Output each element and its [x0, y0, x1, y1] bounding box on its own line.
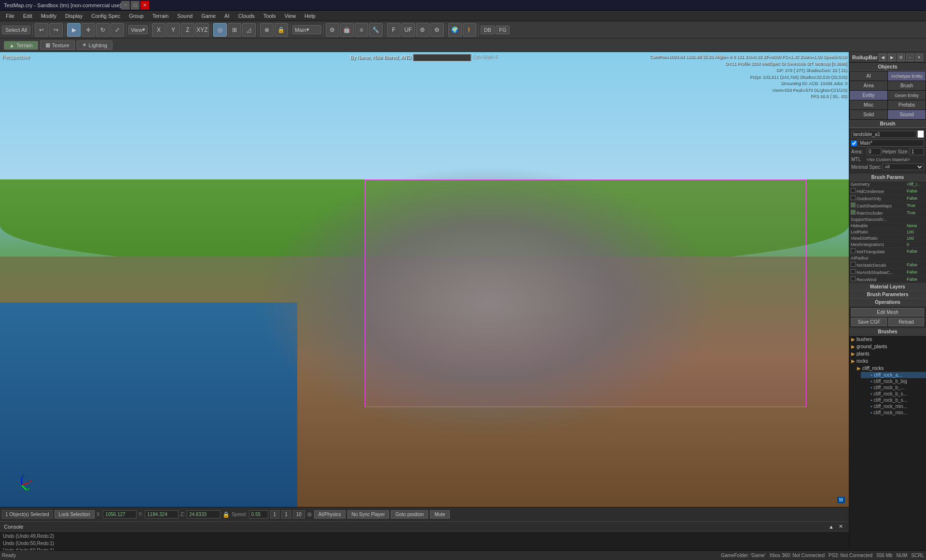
- param-checkbox-1[interactable]: [851, 188, 856, 193]
- material-layers-header[interactable]: Material Layers: [849, 283, 926, 291]
- param-checkbox-12[interactable]: [851, 262, 856, 267]
- layer-dropdown[interactable]: Main ▾: [292, 25, 321, 34]
- prefabs-button[interactable]: Prefabs: [888, 100, 926, 109]
- brushes-header[interactable]: Brushes: [849, 328, 926, 336]
- brush-params-header[interactable]: Brush Params: [849, 174, 926, 181]
- menu-item-tools[interactable]: Tools: [260, 12, 280, 20]
- physics-button[interactable]: ⚙: [326, 23, 339, 37]
- maximize-button[interactable]: □: [131, 1, 139, 10]
- fg-button[interactable]: FG: [496, 26, 510, 34]
- brush-button[interactable]: Brush: [888, 81, 926, 90]
- brushes-tree[interactable]: ▶bushes▶ground_plants▶plants▶rocks▶cliff…: [849, 336, 926, 560]
- lock-selection-button[interactable]: Lock Selection: [55, 510, 95, 519]
- panel-icon-4[interactable]: −: [906, 54, 914, 61]
- tree-folder-ground_plants[interactable]: ▶ground_plants: [849, 343, 926, 350]
- geom-entity-button[interactable]: Geom Entity: [888, 91, 926, 100]
- reload-button[interactable]: Reload: [888, 318, 924, 326]
- param-checkbox-14[interactable]: [851, 276, 856, 281]
- f-button[interactable]: F: [387, 23, 401, 37]
- terrain-button[interactable]: 🌍: [448, 23, 462, 37]
- redo-button[interactable]: ↪: [49, 23, 63, 37]
- menu-item-clouds[interactable]: Clouds: [235, 12, 259, 20]
- sound-button[interactable]: Sound: [888, 110, 926, 119]
- tree-item-cliff_rock_b_...[interactable]: ▪cliff_rock_b_...: [861, 384, 926, 391]
- menu-item-help[interactable]: Help: [301, 12, 319, 20]
- param-checkbox-13[interactable]: [851, 269, 856, 274]
- menu-item-terrain[interactable]: Terrain: [149, 12, 173, 20]
- panel-icon-3[interactable]: ⚙: [897, 54, 905, 61]
- x-coordinate-input[interactable]: [103, 510, 137, 519]
- console-close-button[interactable]: ✕: [837, 523, 845, 530]
- menu-item-sound[interactable]: Sound: [173, 12, 196, 20]
- goto-position-button[interactable]: Goto position: [391, 510, 428, 519]
- panel-icon-1[interactable]: ◀: [879, 54, 886, 61]
- tree-folder-rocks[interactable]: ▶rocks: [849, 357, 926, 365]
- xyz-axis-button[interactable]: XYZ: [195, 23, 209, 37]
- viewport[interactable]: Perspective By Name, Hide filtered, AND …: [0, 52, 849, 507]
- minimize-button[interactable]: −: [121, 1, 130, 10]
- area-button[interactable]: Area: [850, 81, 887, 90]
- terrain-tab[interactable]: ▲ Terrain: [4, 41, 38, 50]
- tree-item-cliff_rock_min...[interactable]: ▪cliff_rock_min...: [861, 410, 926, 416]
- menu-item-group[interactable]: Group: [125, 12, 148, 20]
- terrain-display-button[interactable]: ◿: [242, 23, 256, 37]
- gizmo-button[interactable]: ⊕: [260, 23, 274, 37]
- misc-button[interactable]: Misc: [850, 100, 887, 109]
- panel-icon-2[interactable]: ▶: [888, 54, 896, 61]
- settings-button[interactable]: ≡: [355, 23, 368, 37]
- texture-tab[interactable]: ▦ Texture: [40, 41, 75, 50]
- menu-item-file[interactable]: File: [2, 12, 18, 20]
- area-input[interactable]: [867, 148, 881, 155]
- minspec-select[interactable]: All: [883, 164, 924, 170]
- lock-button[interactable]: 🔒: [275, 23, 288, 37]
- menu-item-config-spec[interactable]: Config Spec: [87, 12, 124, 20]
- brush-checkbox[interactable]: [851, 140, 857, 146]
- brush-layer-input[interactable]: [858, 139, 924, 147]
- menu-item-display[interactable]: Display: [61, 12, 86, 20]
- lighting-tab[interactable]: ☀ Lighting: [77, 41, 113, 50]
- brush-name-input[interactable]: [851, 131, 916, 138]
- tree-folder-cliff_rocks[interactable]: ▶cliff_rocks: [855, 365, 926, 372]
- scale-tool-button[interactable]: ⤢: [111, 23, 124, 37]
- tree-item-cliff_rock_min...[interactable]: ▪cliff_rock_min...: [861, 403, 926, 410]
- select-tool-button[interactable]: ▶: [67, 23, 81, 37]
- config-button[interactable]: ⚙: [416, 23, 429, 37]
- speed-input[interactable]: [249, 510, 268, 519]
- tree-item-cliff_rock_b_big[interactable]: ▪cliff_rock_b_big: [861, 378, 926, 384]
- edit-mesh-button[interactable]: Edit Mesh: [851, 308, 924, 316]
- entity-button[interactable]: Entity: [850, 91, 887, 100]
- menu-item-view[interactable]: View: [280, 12, 300, 20]
- panel-icon-5[interactable]: ✕: [915, 54, 923, 61]
- grid-button[interactable]: ⊞: [228, 23, 241, 37]
- tools-button[interactable]: 🔧: [369, 23, 383, 37]
- tree-folder-plants[interactable]: ▶plants: [849, 350, 926, 357]
- tree-folder-bushes[interactable]: ▶bushes: [849, 336, 926, 343]
- select-all-button[interactable]: Select All: [2, 26, 30, 34]
- param-checkbox-4[interactable]: [851, 210, 856, 215]
- menu-item-edit[interactable]: Edit: [19, 12, 36, 20]
- ai-physics-button[interactable]: AI/Physics: [314, 510, 346, 519]
- console-minimize-button[interactable]: ▲: [827, 523, 836, 530]
- tree-item-cliff_rock_b_s...[interactable]: ▪cliff_rock_b_s...: [861, 391, 926, 397]
- param-checkbox-10[interactable]: [851, 248, 856, 253]
- rotate-tool-button[interactable]: ↻: [96, 23, 110, 37]
- menu-item-modify[interactable]: Modify: [37, 12, 60, 20]
- tree-item-cliff_rock_a...[interactable]: ▪cliff_rock_a...: [861, 372, 926, 378]
- sync-player-button[interactable]: No Sync Player: [347, 510, 389, 519]
- operations-header[interactable]: Operations: [849, 299, 926, 306]
- save-cgf-button[interactable]: Save CGF: [851, 318, 887, 326]
- uf-button[interactable]: UF: [401, 23, 415, 37]
- archetype-entity-button[interactable]: Archetype Entity: [888, 71, 926, 81]
- z-coordinate-input[interactable]: [187, 510, 221, 519]
- char-button[interactable]: 🚶: [463, 23, 476, 37]
- db-button[interactable]: DB: [481, 26, 495, 34]
- config2-button[interactable]: ⚙: [430, 23, 444, 37]
- y-axis-button[interactable]: Y: [166, 23, 180, 37]
- helper-input[interactable]: [910, 148, 924, 155]
- param-checkbox-2[interactable]: [851, 195, 856, 200]
- view-dropdown[interactable]: View ▾: [128, 25, 148, 34]
- perspective-button[interactable]: ◎: [213, 23, 227, 37]
- mute-button[interactable]: Mute: [430, 510, 449, 519]
- param-checkbox-3[interactable]: [851, 203, 856, 207]
- tree-item-cliff_rock_b_s...[interactable]: ▪cliff_rock_b_s...: [861, 397, 926, 403]
